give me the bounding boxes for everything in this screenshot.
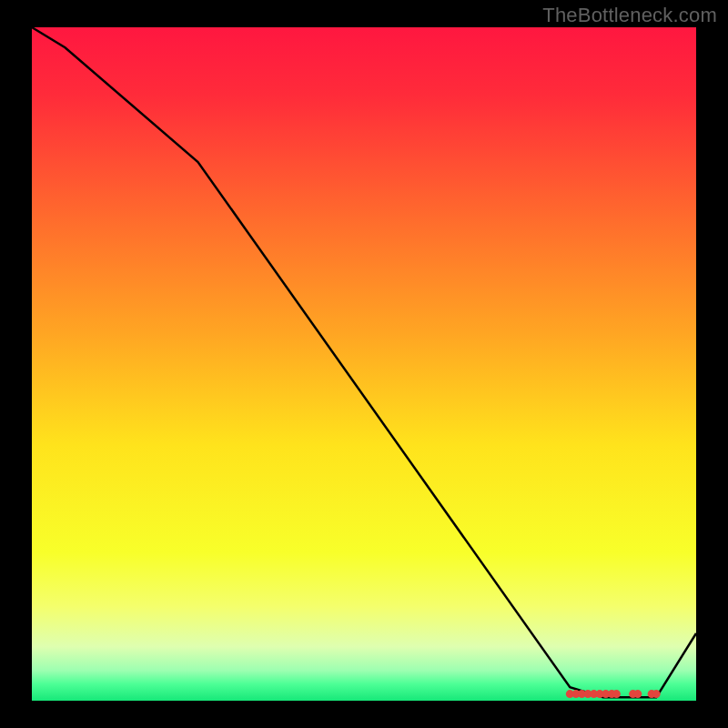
bottleneck-chart bbox=[0, 0, 728, 728]
series-marker bbox=[633, 690, 642, 698]
plot-background bbox=[32, 27, 696, 701]
series-marker bbox=[652, 690, 661, 698]
series-marker bbox=[612, 690, 621, 698]
chart-frame: TheBottleneck.com bbox=[0, 0, 728, 728]
